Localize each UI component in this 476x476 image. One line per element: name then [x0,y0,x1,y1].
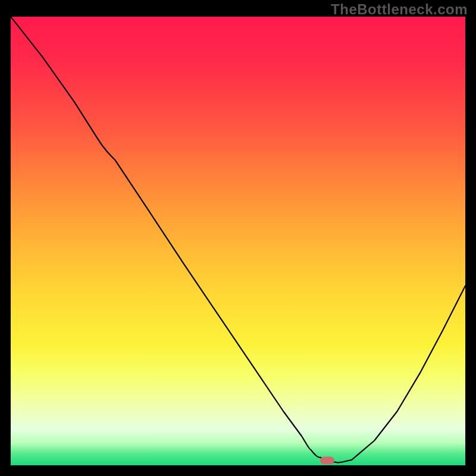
plot-area [11,17,465,465]
watermark-text: TheBottleneck.com [331,1,468,18]
chart-frame: TheBottleneck.com [0,0,476,476]
bottleneck-marker [320,457,334,465]
bottleneck-curve-path [11,17,465,463]
curve-svg [11,17,465,465]
